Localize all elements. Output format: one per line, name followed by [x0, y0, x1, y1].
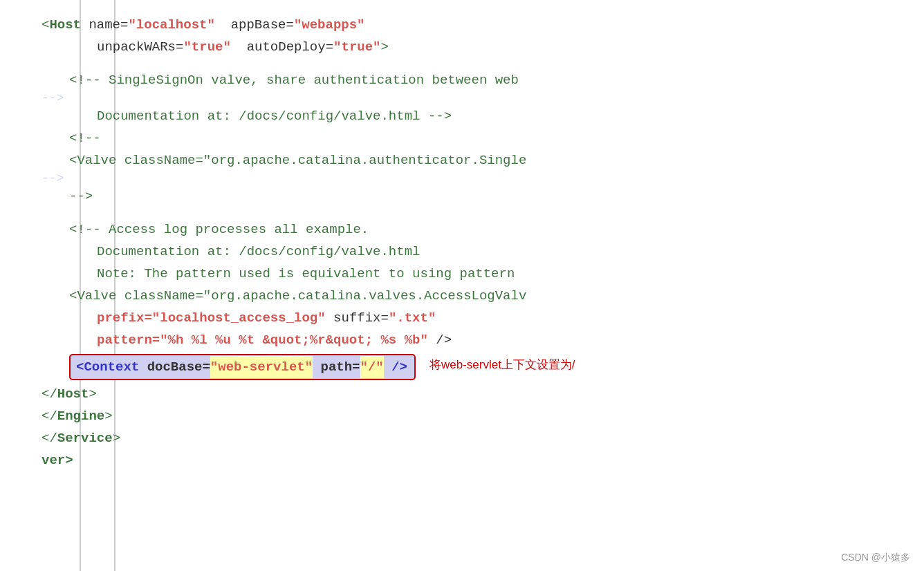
code-text: docBase= [139, 356, 210, 378]
code-text: </ [41, 405, 57, 427]
code-text: /> [384, 356, 407, 378]
code-text: "webapps" [294, 14, 365, 36]
code-line-17: </Service> [41, 427, 924, 449]
code-line-9: Documentation at: /docs/config/valve.htm… [41, 241, 924, 263]
code-text: <!-- SingleSignOn valve, share authentic… [69, 69, 519, 91]
watermark: CSDN @小猿多 [841, 552, 910, 564]
code-text: < [76, 356, 84, 378]
code-text: Note: The pattern used is equivalent to … [97, 263, 515, 285]
code-text: ver> [41, 449, 73, 471]
code-line-7: --> [41, 185, 924, 207]
code-text: > [381, 36, 389, 58]
code-text: "localhost_access_log" [152, 307, 326, 329]
code-text: path= [313, 356, 360, 378]
code-text: --> [69, 185, 93, 207]
code-line-10: Note: The pattern used is equivalent to … [41, 263, 924, 285]
code-line-4: Documentation at: /docs/config/valve.htm… [41, 105, 924, 127]
code-content: <Host name="localhost" appBase="webapps"… [41, 14, 924, 471]
code-line-6: <Valve className="org.apache.catalina.au… [41, 149, 924, 171]
code-text: name= [81, 14, 128, 36]
code-line-14-highlighted: <Context docBase="web-servlet" path="/" … [41, 354, 924, 380]
code-text: ".txt" [389, 307, 436, 329]
tooltip-text: 将web-servlet上下文设置为/ [416, 354, 575, 376]
code-text: "localhost" [128, 14, 214, 36]
code-text: "/" [360, 356, 384, 378]
code-text: Documentation at: /docs/config/valve.htm… [97, 105, 452, 127]
code-text: > [104, 405, 112, 427]
code-text: Documentation at: /docs/config/valve.htm… [97, 241, 420, 263]
code-line-8: <!-- Access log processes all example. [41, 218, 924, 241]
code-text: </ [41, 427, 57, 449]
code-editor: <Host name="localhost" appBase="webapps"… [0, 0, 924, 571]
code-text: <!-- Access log processes all example. [69, 218, 369, 241]
code-text: <!-- [69, 127, 101, 149]
code-line-3: <!-- SingleSignOn valve, share authentic… [41, 69, 924, 91]
code-text: Host [49, 14, 81, 36]
code-text: <Valve className="org.apache.catalina.au… [69, 149, 526, 171]
code-text: /> [428, 329, 452, 351]
code-text: unpackWARs= [97, 36, 183, 58]
code-text: appBase= [215, 14, 294, 36]
code-text: > [89, 383, 96, 405]
code-text: pattern= [97, 329, 160, 351]
code-text: Context [84, 356, 139, 378]
code-line-18: ver> [41, 449, 924, 471]
code-text: prefix= [97, 307, 152, 329]
code-text: "true" [333, 36, 380, 58]
code-line-1: <Host name="localhost" appBase="webapps" [41, 14, 924, 36]
code-text: Service [57, 427, 113, 449]
code-line-13: pattern="%h %l %u %t &quot;%r&quot; %s %… [41, 329, 924, 351]
code-text: </ [41, 383, 57, 405]
code-text: Host [57, 383, 89, 405]
code-line-12: prefix="localhost_access_log" suffix=".t… [41, 307, 924, 329]
code-text: > [113, 427, 120, 449]
code-text: <Valve className="org.apache.catalina.va… [69, 285, 526, 307]
code-text: "true" [183, 36, 230, 58]
code-line-16: </Engine> [41, 405, 924, 427]
code-text: < [41, 14, 49, 36]
code-text: autoDeploy= [231, 36, 333, 58]
code-line-15: </Host> [41, 383, 924, 405]
code-text: Engine [57, 405, 104, 427]
code-line-5: <!-- [41, 127, 924, 149]
code-line-2: unpackWARs="true" autoDeploy="true"> [41, 36, 924, 58]
code-line-11: <Valve className="org.apache.catalina.va… [41, 285, 924, 307]
code-text: "web-servlet" [210, 356, 313, 378]
code-text: suffix= [326, 307, 389, 329]
code-text: "%h %l %u %t &quot;%r&quot; %s %b" [160, 329, 428, 351]
